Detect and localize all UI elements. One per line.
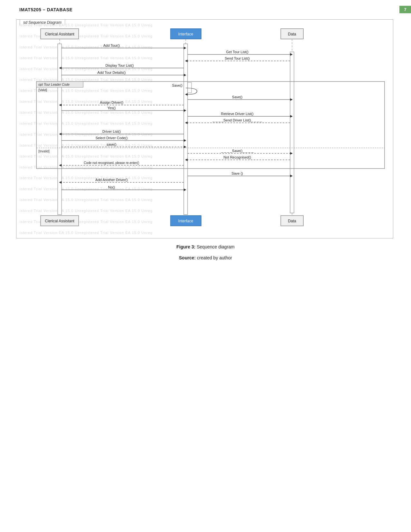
msg-send-driver-list-label: _ _ _ _Send Driver List()_ _ _ _: [212, 118, 262, 122]
msg-not-recognised-label: Not Recognised(): [223, 155, 251, 159]
source-label: Source:: [179, 255, 196, 260]
msg-driver-list-label: Driver List(): [103, 130, 121, 133]
figure-text: Sequence diagram: [195, 244, 234, 249]
fragment-opt-label-text: opt Tour Leader Code: [38, 83, 70, 86]
msg-no-label: No(): [108, 185, 115, 189]
msg-add-tour-label: Add Tour(): [103, 44, 120, 47]
figure-caption: Figure 3: Sequence diagram: [0, 244, 411, 249]
msg-add-tour-details-label: Add Tour Details(): [97, 71, 126, 74]
actor-clerical-bottom-label: Clerical Assistant: [45, 219, 74, 223]
actor-interface-label: Interface: [178, 32, 193, 36]
fragment-invalid-label: [Invalid]: [38, 150, 50, 153]
activation-interface-self: [188, 82, 191, 93]
fragment-valid-label: [Valid]: [38, 88, 47, 92]
msg-send-tour-list-label: Send Tour List(): [225, 56, 250, 60]
msg-add-another-driver-label: Add Another Driver(): [95, 178, 128, 182]
msg-save-final-label: Save (): [231, 171, 243, 175]
page-number: 7: [399, 6, 411, 13]
msg-yes-label: Yes(): [107, 106, 115, 110]
actor-data-bottom-label: Data: [288, 219, 296, 223]
msg-save-data2-label: _ _ _ _Save()_ _ _ _: [221, 149, 254, 153]
actor-clerical-label: Clerical Assistant: [45, 32, 74, 36]
activation-data: [290, 52, 294, 213]
activation-clerical: [58, 44, 62, 215]
msg-save-self-label: Save(): [172, 83, 182, 87]
diagram-wrapper: sd Sequence Diagram istered Trial Versio…: [16, 19, 393, 238]
msg-assign-driver-label: Assign Driver(): [100, 101, 123, 104]
source-caption: Source: created by author: [0, 255, 411, 260]
source-text: created by author: [196, 255, 232, 260]
fragment-opt: [36, 82, 385, 169]
msg-save-data-label: Save(): [232, 95, 242, 99]
page-header: IMAT5205 – DATABASE: [19, 7, 73, 12]
actor-interface-bottom-label: Interface: [178, 219, 193, 223]
figure-label: Figure 3:: [176, 244, 195, 249]
actor-data-label: Data: [288, 32, 296, 36]
msg-save-clerk-label: save(): [107, 142, 117, 146]
msg-select-driver-label: Select Driver Code(): [95, 136, 128, 140]
sequence-diagram: sd Sequence Diagram istered Trial Versio…: [16, 19, 393, 238]
caption-area: Figure 3: Sequence diagram Source: creat…: [0, 244, 411, 260]
msg-display-tour-list-label: Display Tour List(): [105, 63, 134, 67]
msg-get-tour-list-label: Get Tour List(): [226, 50, 249, 54]
msg-retrieve-driver-label: Retrieve Driver List(): [221, 112, 254, 116]
msg-code-not-recognised-label: Code not recognised, please re-enter(): [84, 161, 139, 165]
